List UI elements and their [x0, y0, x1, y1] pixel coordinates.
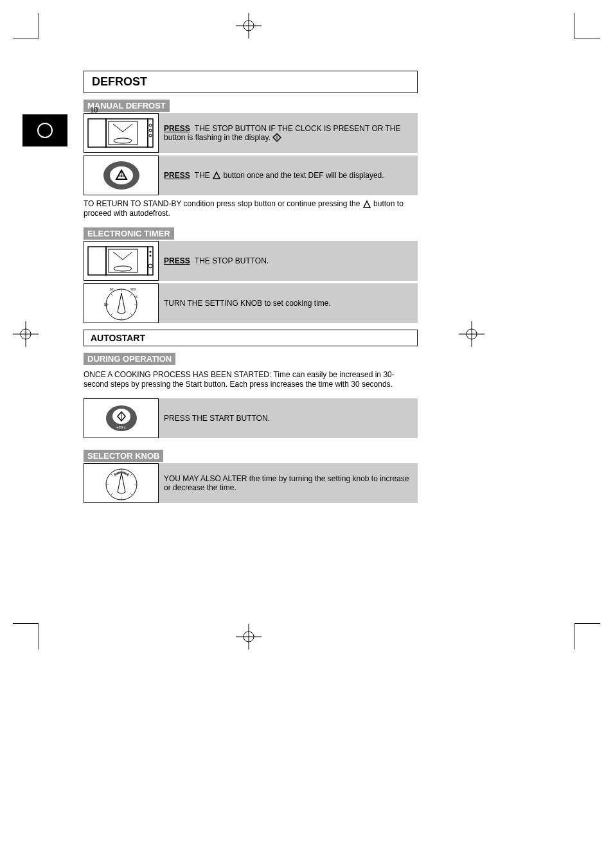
svg-text:60: 60: [110, 287, 114, 291]
svg-rect-15: [109, 121, 138, 145]
svg-rect-13: [88, 119, 106, 147]
defrost-triangle-icon: [362, 200, 371, 209]
svg-marker-28: [213, 172, 220, 179]
svg-text:50: 50: [104, 303, 108, 306]
start-30s-button-icon: +30 s: [84, 398, 159, 438]
svg-rect-30: [88, 247, 106, 275]
registration-mark-icon: [236, 13, 262, 39]
svg-point-37: [148, 264, 152, 268]
svg-point-19: [149, 129, 152, 132]
microwave-open-icon: [84, 241, 159, 281]
electronic-timer-header: ELECTRONIC TIMER: [84, 227, 174, 240]
during-op-step: PRESS THE START BUTTON.: [159, 398, 418, 438]
svg-line-46: [130, 313, 132, 315]
svg-rect-17: [148, 119, 153, 147]
svg-point-18: [149, 124, 152, 127]
svg-point-33: [114, 266, 132, 271]
svg-text:900: 900: [130, 287, 136, 291]
svg-line-44: [130, 294, 132, 296]
svg-point-12: [38, 123, 52, 137]
selector-step: YOU MAY ALSO ALTER the time by turning t…: [159, 463, 418, 503]
during-operation-header: DURING OPERATION: [84, 353, 175, 365]
timer-dial-icon: 60900 505: [84, 283, 159, 323]
svg-line-63: [111, 493, 113, 495]
svg-rect-32: [109, 249, 138, 272]
manual-note: TO RETURN TO STAND-BY condition press st…: [84, 199, 418, 218]
defrost-triangle-icon: [212, 171, 221, 180]
registration-mark-icon: [459, 321, 484, 347]
svg-text:+30 s: +30 s: [116, 425, 126, 429]
during-operation-intro: ONCE A COOKING PROCESS HAS BEEN STARTED:…: [84, 370, 418, 389]
electronic-step-2: TURN THE SETTING KNOB to set cooking tim…: [159, 283, 418, 323]
crop-mark-icon: [574, 13, 600, 39]
start-diamond-icon: [272, 133, 281, 142]
svg-line-64: [130, 493, 132, 495]
svg-line-61: [111, 474, 113, 476]
side-circle-icon: [22, 114, 67, 146]
registration-mark-icon: [13, 321, 39, 347]
crop-mark-icon: [13, 624, 39, 650]
manual-step-2: PRESS THE button once and the text DEF w…: [159, 155, 418, 195]
registration-mark-icon: [236, 624, 262, 650]
electronic-step-1: PRESS THE STOP BUTTON.: [159, 241, 418, 281]
selector-knob-header: SELECTOR KNOB: [84, 450, 163, 462]
svg-point-35: [150, 251, 152, 253]
svg-line-62: [130, 474, 132, 476]
svg-point-36: [150, 255, 152, 257]
microwave-open-icon: [84, 113, 159, 153]
timer-dial-arrows-icon: [84, 463, 159, 503]
svg-point-16: [114, 138, 132, 143]
svg-line-43: [111, 294, 113, 296]
page-title: DEFROST: [84, 71, 418, 93]
svg-line-45: [111, 313, 113, 315]
defrost-button-icon: [84, 155, 159, 195]
svg-marker-29: [364, 201, 370, 208]
crop-mark-icon: [13, 13, 39, 39]
autostart-title: AUTOSTART: [84, 330, 418, 346]
crop-mark-icon: [574, 624, 600, 650]
svg-text:5: 5: [136, 295, 138, 299]
svg-point-20: [149, 134, 152, 137]
manual-step-1: PRESS THE STOP BUTTON IF THE CLOCK IS PR…: [159, 113, 418, 153]
